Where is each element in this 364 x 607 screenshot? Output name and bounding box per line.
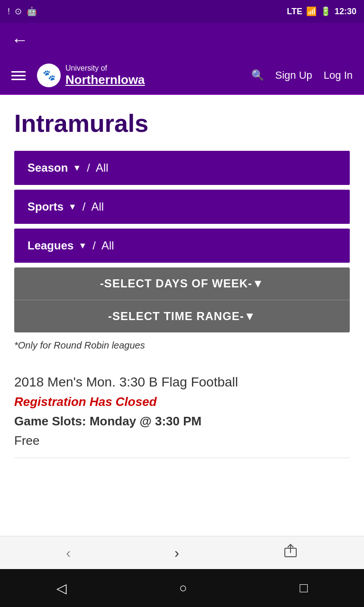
time-label: -SELECT TIME RANGE- — [108, 310, 244, 323]
clock: 12:30 — [335, 7, 356, 17]
sports-label: Sports — [27, 200, 64, 213]
secondary-filters: -SELECT DAYS OF WEEK- ▼ -SELECT TIME RAN… — [14, 267, 350, 332]
main-content: Intramurals Season ▼ / All Sports ▼ / Al… — [0, 95, 364, 458]
leagues-label: Leagues — [27, 239, 73, 252]
logo-bottom-text: NorthernIowa — [65, 73, 145, 87]
sports-separator: / — [82, 200, 86, 213]
result-card[interactable]: 2018 Men's Mon. 3:30 B Flag Football Reg… — [14, 365, 350, 458]
status-icons-right: LTE 📶 🔋 12:30 — [287, 6, 356, 17]
back-bar: ← — [0, 23, 364, 57]
battery-icon: 🔋 — [320, 6, 331, 17]
system-recent-button[interactable]: □ — [300, 580, 308, 596]
logo-text: University of NorthernIowa — [65, 64, 145, 87]
round-robin-note: *Only for Round Robin leagues — [14, 340, 350, 351]
hamburger-menu[interactable] — [11, 71, 26, 80]
page-title: Intramurals — [14, 109, 350, 138]
browser-back-button[interactable]: ‹ — [62, 541, 74, 565]
back-button[interactable]: ← — [11, 30, 28, 50]
robot-icon: 🤖 — [27, 6, 37, 17]
browser-share-button[interactable] — [279, 540, 302, 566]
status-bar: ! ⊙ 🤖 LTE 📶 🔋 12:30 — [0, 0, 364, 23]
days-arrow-icon: ▼ — [252, 277, 264, 290]
time-arrow-icon: ▼ — [244, 310, 256, 323]
logo-top-text: University of — [65, 64, 107, 73]
time-range-button[interactable]: -SELECT TIME RANGE- ▼ — [14, 300, 350, 332]
system-nav-bar: ◁ ○ □ — [0, 569, 364, 607]
leagues-arrow-icon: ▼ — [78, 241, 87, 251]
season-arrow-icon: ▼ — [73, 163, 81, 173]
nav-right: 🔍 Sign Up Log In — [251, 69, 353, 82]
system-home-button[interactable]: ○ — [179, 580, 187, 596]
result-title: 2018 Men's Mon. 3:30 B Flag Football — [14, 375, 350, 390]
season-separator: / — [87, 161, 90, 175]
result-price: Free — [14, 433, 350, 448]
days-of-week-button[interactable]: -SELECT DAYS OF WEEK- ▼ — [14, 267, 350, 300]
hamburger-line — [11, 71, 26, 73]
logo-wrapper: 🐾 University of NorthernIowa — [37, 64, 145, 87]
sports-value: All — [91, 200, 104, 213]
sports-filter-button[interactable]: Sports ▼ / All — [14, 190, 350, 224]
leagues-separator: / — [92, 239, 96, 252]
nav-bar: 🐾 University of NorthernIowa 🔍 Sign Up L… — [0, 57, 364, 95]
android-icon: ⊙ — [15, 6, 22, 17]
result-slots: Game Slots: Monday @ 3:30 PM — [14, 414, 350, 429]
days-label: -SELECT DAYS OF WEEK- — [100, 277, 252, 290]
lte-icon: LTE — [287, 7, 302, 17]
season-filter-button[interactable]: Season ▼ / All — [14, 151, 350, 185]
status-icons-left: ! ⊙ 🤖 — [8, 6, 37, 17]
browser-forward-button[interactable]: › — [171, 541, 183, 565]
hamburger-line — [11, 75, 26, 76]
nav-left: 🐾 University of NorthernIowa — [11, 64, 145, 87]
sports-arrow-icon: ▼ — [68, 202, 77, 212]
system-back-button[interactable]: ◁ — [56, 580, 67, 596]
leagues-value: All — [101, 239, 114, 252]
university-logo-icon: 🐾 — [37, 64, 61, 87]
search-button[interactable]: 🔍 — [251, 69, 264, 82]
season-label: Season — [27, 161, 68, 175]
result-status: Registration Has Closed — [14, 395, 350, 409]
hamburger-line — [11, 79, 26, 80]
login-button[interactable]: Log In — [324, 69, 353, 82]
season-value: All — [96, 161, 109, 175]
notification-icon: ! — [8, 7, 10, 17]
browser-nav-bar: ‹ › — [0, 536, 364, 569]
signup-button[interactable]: Sign Up — [275, 69, 312, 82]
signal-icon: 📶 — [306, 6, 317, 17]
leagues-filter-button[interactable]: Leagues ▼ / All — [14, 229, 350, 263]
